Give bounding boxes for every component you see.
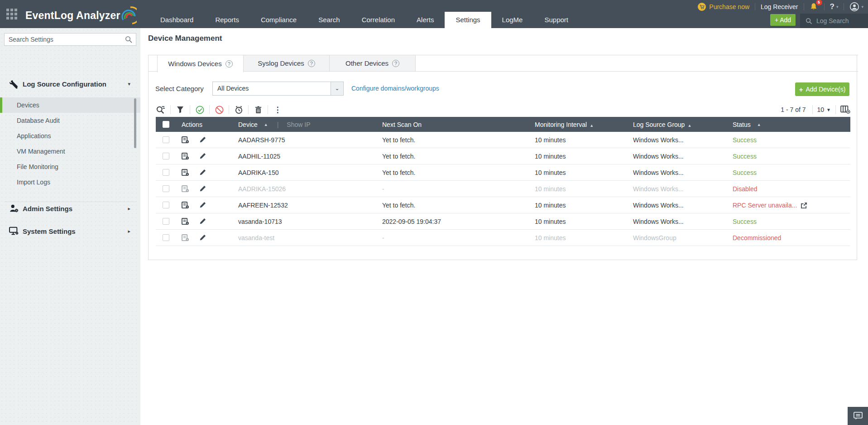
- select-all-checkbox[interactable]: [163, 121, 169, 128]
- device-name[interactable]: AADRIKA-15026: [238, 185, 286, 193]
- edit-device-icon[interactable]: [199, 153, 206, 159]
- manage-device-icon[interactable]: [182, 234, 189, 241]
- disable-devices-icon[interactable]: [214, 105, 224, 115]
- row-checkbox[interactable]: [163, 169, 169, 176]
- nav-support[interactable]: Support: [533, 12, 579, 28]
- configure-domains-link[interactable]: Configure domains/workgroups: [351, 85, 439, 92]
- manage-device-icon[interactable]: [182, 169, 189, 176]
- edit-device-icon[interactable]: [199, 234, 206, 241]
- sidebar-section-log-source-configuration[interactable]: Log Source Configuration ▾: [0, 76, 140, 92]
- tab-other-devices[interactable]: Other Devices ?: [329, 55, 416, 71]
- edit-device-icon[interactable]: [199, 202, 206, 208]
- manage-device-icon[interactable]: [182, 153, 189, 160]
- notifications-bell-icon[interactable]: 5: [810, 2, 819, 11]
- external-link-icon[interactable]: [801, 202, 807, 208]
- row-checkbox[interactable]: [163, 185, 169, 192]
- sidebar-item-applications[interactable]: Applications: [0, 128, 140, 144]
- manage-device-icon[interactable]: [182, 136, 189, 144]
- edit-device-icon[interactable]: [199, 185, 206, 192]
- app-logo[interactable]: EventLog Analyzer: [25, 6, 137, 24]
- manage-device-icon[interactable]: [182, 185, 189, 193]
- sidebar-section-system-settings[interactable]: System Settings ▸: [0, 222, 140, 240]
- log-source-group-value: Windows Works...: [633, 218, 684, 225]
- apps-grid-icon[interactable]: [6, 9, 18, 19]
- purchase-now-button[interactable]: Purchase now: [698, 3, 749, 11]
- next-scan-value: -: [382, 185, 384, 193]
- feedback-chat-button[interactable]: [848, 407, 868, 425]
- scan-schedule-icon[interactable]: [234, 105, 244, 115]
- nav-settings[interactable]: Settings: [445, 12, 491, 28]
- page-size-select[interactable]: 10 ▼: [817, 106, 831, 113]
- add-devices-label: Add Device(s): [806, 86, 845, 93]
- edit-device-icon[interactable]: [199, 169, 206, 176]
- sidebar-item-devices[interactable]: Devices: [0, 97, 140, 113]
- device-name[interactable]: AADHIL-11025: [238, 153, 280, 160]
- nav-search[interactable]: Search: [307, 12, 351, 28]
- log-receiver-button[interactable]: Log Receiver: [761, 3, 798, 10]
- divider: [190, 105, 190, 114]
- col-header-next-scan[interactable]: Next Scan On: [375, 121, 527, 128]
- device-management-card: Windows Devices ? Syslog Devices ? Other…: [148, 55, 857, 260]
- tab-syslog-devices[interactable]: Syslog Devices ?: [243, 55, 330, 71]
- settings-search-input[interactable]: [5, 34, 136, 45]
- nav-reports[interactable]: Reports: [204, 12, 250, 28]
- show-ip-toggle[interactable]: Show IP: [287, 121, 310, 128]
- enable-devices-icon[interactable]: [195, 105, 205, 115]
- edit-device-icon[interactable]: [199, 136, 206, 143]
- sidebar-item-database-audit[interactable]: Database Audit: [0, 113, 140, 128]
- col-header-device[interactable]: Device: [238, 121, 258, 128]
- header-utilities: Purchase now Log Receiver 5 ? ▾ ▾: [698, 1, 863, 13]
- status-badge: Success: [733, 218, 757, 225]
- nav-alerts[interactable]: Alerts: [406, 12, 445, 28]
- tools-icon: [9, 79, 19, 89]
- column-chooser-icon[interactable]: [840, 105, 850, 115]
- filter-icon[interactable]: [175, 105, 185, 115]
- sidebar-section-label: System Settings: [23, 227, 76, 235]
- manage-device-icon[interactable]: [182, 218, 189, 225]
- device-name[interactable]: vasanda-test: [238, 234, 274, 241]
- help-icon[interactable]: ?: [392, 60, 399, 67]
- help-menu[interactable]: ? ▾: [830, 2, 839, 11]
- add-devices-button[interactable]: + Add Device(s): [795, 82, 849, 96]
- user-account-menu[interactable]: ▾: [849, 2, 863, 12]
- status-badge: Decommissioned: [733, 234, 781, 241]
- nav-correlation[interactable]: Correlation: [351, 12, 406, 28]
- help-icon[interactable]: ?: [308, 60, 315, 67]
- interval-value: 10 minutes: [535, 218, 566, 225]
- col-header-status[interactable]: Status▲: [725, 121, 850, 128]
- sidebar-item-file-monitoring[interactable]: File Monitoring: [0, 159, 140, 174]
- sidebar-scrollbar[interactable]: [134, 98, 136, 148]
- nav-compliance[interactable]: Compliance: [250, 12, 307, 28]
- more-actions-icon[interactable]: ⋮: [273, 105, 283, 115]
- table-row: AADARSH-9775 Yet to fetch. 10 minutes Wi…: [156, 132, 850, 148]
- search-devices-icon[interactable]: [156, 105, 166, 115]
- col-header-actions: Actions: [176, 121, 225, 128]
- log-search-button[interactable]: Log Search: [800, 14, 868, 28]
- pagination: 1 - 7 of 7 10 ▼: [781, 105, 850, 115]
- tab-windows-devices[interactable]: Windows Devices ?: [157, 55, 244, 72]
- category-select[interactable]: All Devices ⌄: [212, 82, 344, 96]
- row-checkbox[interactable]: [163, 234, 169, 241]
- quick-add-button[interactable]: + Add: [770, 14, 796, 26]
- col-header-interval[interactable]: Monitoring Interval▲: [527, 121, 625, 128]
- row-checkbox[interactable]: [163, 202, 169, 208]
- device-name[interactable]: AADRIKA-150: [238, 169, 278, 176]
- nav-dashboard[interactable]: Dashboard: [149, 12, 204, 28]
- delete-icon[interactable]: [253, 105, 263, 115]
- edit-device-icon[interactable]: [199, 218, 206, 225]
- help-icon[interactable]: ?: [225, 60, 233, 68]
- sidebar-section-admin-settings[interactable]: Admin Settings ▸: [0, 199, 140, 217]
- row-checkbox[interactable]: [163, 218, 169, 225]
- sidebar-item-import-logs[interactable]: Import Logs: [0, 174, 140, 190]
- device-name[interactable]: AAFREEN-12532: [238, 202, 288, 209]
- nav-logme[interactable]: LogMe: [491, 12, 534, 28]
- row-checkbox[interactable]: [163, 153, 169, 159]
- manage-device-icon[interactable]: [182, 202, 189, 209]
- row-checkbox[interactable]: [163, 136, 169, 143]
- col-header-group[interactable]: Log Source Group▲: [625, 121, 725, 128]
- sidebar-item-vm-management[interactable]: VM Management: [0, 144, 140, 159]
- category-selected-value: All Devices: [217, 85, 249, 92]
- divider: [804, 3, 804, 10]
- device-name[interactable]: vasanda-10713: [238, 218, 282, 225]
- device-name[interactable]: AADARSH-9775: [238, 136, 285, 144]
